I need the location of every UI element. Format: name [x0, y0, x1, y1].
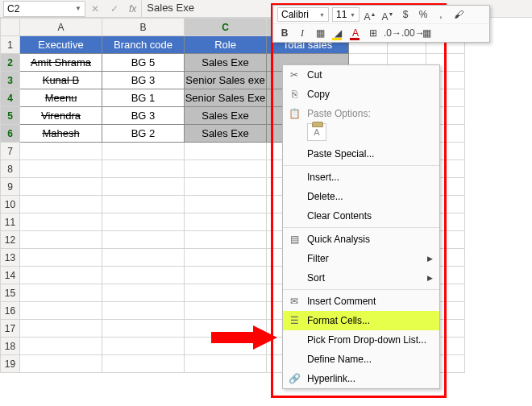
- merge-center-icon[interactable]: ⊞: [366, 26, 380, 40]
- select-all-corner[interactable]: [1, 19, 20, 36]
- menu-delete[interactable]: Delete...: [283, 187, 439, 206]
- header-cell[interactable]: Executive: [20, 36, 102, 54]
- cell[interactable]: Mahesh: [20, 125, 102, 143]
- menu-insert-comment[interactable]: ✉ Insert Comment: [283, 292, 439, 311]
- fill-color-icon[interactable]: ◢: [330, 26, 345, 40]
- menu-sort[interactable]: Sort ▶: [283, 268, 439, 288]
- cell[interactable]: Senior Sales exe: [185, 72, 267, 89]
- name-box-value: C2: [7, 3, 19, 14]
- fx-icon[interactable]: fx: [129, 3, 136, 14]
- enter-formula-icon[interactable]: ✓: [105, 3, 124, 14]
- scissors-icon: ✂: [286, 68, 302, 82]
- bold-button[interactable]: B: [277, 26, 292, 40]
- chevron-down-icon: ▼: [319, 12, 325, 18]
- increase-decimal-icon[interactable]: .0→: [384, 26, 398, 40]
- font-size-selector[interactable]: 11 ▼: [332, 7, 360, 22]
- menu-format-cells[interactable]: ☰ Format Cells...: [283, 311, 439, 330]
- mini-toolbar: Calibri ▼ 11 ▼ A▲ A▼ $ % , 🖌 B I ▦ ◢ A ⊞…: [272, 5, 490, 43]
- submenu-arrow-icon: ▶: [427, 255, 433, 263]
- context-menu: ✂ Cut ⎘ Copy 📋 Paste Options: A Paste Sp…: [282, 64, 440, 389]
- percent-format-icon[interactable]: %: [416, 7, 430, 22]
- row-header[interactable]: 2: [1, 54, 20, 72]
- font-color-icon[interactable]: A: [348, 26, 363, 40]
- row-header[interactable]: 5: [1, 107, 20, 125]
- cell[interactable]: BG 2: [102, 125, 185, 143]
- quick-analysis-icon: ▤: [286, 232, 302, 246]
- menu-insert[interactable]: Insert...: [283, 168, 439, 187]
- hyperlink-icon: 🔗: [286, 371, 302, 386]
- decrease-font-icon[interactable]: A▼: [380, 7, 395, 22]
- comment-icon: ✉: [286, 294, 302, 309]
- cell[interactable]: Virendra: [20, 107, 102, 125]
- header-cell[interactable]: Branch code: [102, 36, 185, 54]
- row-header[interactable]: 4: [1, 89, 20, 107]
- cell[interactable]: BG 1: [102, 89, 185, 107]
- col-header-A[interactable]: A: [20, 19, 102, 36]
- format-cells-icon: ☰: [286, 313, 302, 328]
- menu-pick-dropdown[interactable]: Pick From Drop-down List...: [283, 330, 439, 350]
- row-header[interactable]: 3: [1, 72, 20, 89]
- row-header[interactable]: 1: [1, 36, 20, 54]
- menu-paste-options-label: 📋 Paste Options:: [283, 104, 439, 123]
- formula-value[interactable]: Sales Exe: [141, 0, 194, 17]
- cell[interactable]: Kunal B: [20, 72, 102, 89]
- increase-font-icon[interactable]: A▲: [363, 7, 377, 22]
- comma-format-icon[interactable]: ,: [434, 7, 448, 22]
- col-header-B[interactable]: B: [102, 19, 185, 36]
- conditional-format-icon[interactable]: ▦: [419, 26, 434, 40]
- clipboard-icon: 📋: [286, 106, 302, 121]
- cancel-formula-icon[interactable]: ✕: [85, 3, 105, 14]
- borders-icon[interactable]: ▦: [313, 26, 327, 40]
- chevron-down-icon[interactable]: ▼: [75, 5, 81, 12]
- col-header-C[interactable]: C: [185, 19, 267, 36]
- copy-icon: ⎘: [286, 87, 302, 102]
- cell[interactable]: Amit Shrama: [20, 54, 102, 72]
- italic-button[interactable]: I: [295, 26, 310, 40]
- menu-cut[interactable]: ✂ Cut: [283, 65, 439, 85]
- cell[interactable]: Senior Sales Exe: [185, 89, 267, 107]
- decrease-decimal-icon[interactable]: .00→: [401, 26, 416, 40]
- menu-copy[interactable]: ⎘ Copy: [283, 85, 439, 104]
- cell[interactable]: BG 3: [102, 72, 185, 89]
- paste-option-button[interactable]: A: [307, 123, 326, 141]
- cell[interactable]: BG 5: [102, 54, 185, 72]
- row-header[interactable]: 6: [1, 125, 20, 143]
- submenu-arrow-icon: ▶: [427, 274, 433, 282]
- cell[interactable]: Sales Exe: [185, 125, 267, 143]
- name-box[interactable]: C2 ▼: [3, 1, 85, 17]
- cell[interactable]: Meenu: [20, 89, 102, 107]
- font-family-selector[interactable]: Calibri ▼: [277, 7, 329, 22]
- format-painter-icon[interactable]: 🖌: [451, 7, 466, 22]
- menu-clear-contents[interactable]: Clear Contents: [283, 206, 439, 226]
- cell[interactable]: Sales Exe: [185, 107, 267, 125]
- header-cell[interactable]: Role: [185, 36, 267, 54]
- cell[interactable]: BG 3: [102, 107, 185, 125]
- menu-define-name[interactable]: Define Name...: [283, 350, 439, 369]
- menu-filter[interactable]: Filter ▶: [283, 249, 439, 268]
- menu-quick-analysis[interactable]: ▤ Quick Analysis: [283, 230, 439, 249]
- menu-hyperlink[interactable]: 🔗 Hyperlink...: [283, 369, 439, 388]
- accounting-format-icon[interactable]: $: [398, 7, 413, 22]
- menu-paste-special[interactable]: Paste Special...: [283, 144, 439, 164]
- cell[interactable]: Sales Exe: [185, 54, 267, 72]
- chevron-down-icon: ▼: [350, 12, 355, 18]
